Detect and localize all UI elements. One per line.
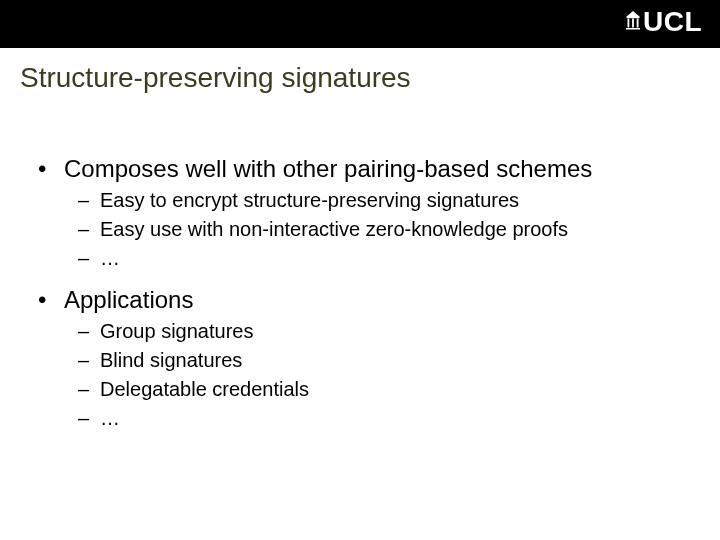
bullet-level1: • Composes well with other pairing-based… [8,152,712,186]
bullet-dash-icon: – [78,246,100,271]
bullet-dot-icon: • [38,285,64,315]
bullet-text: Composes well with other pairing-based s… [64,154,592,184]
svg-rect-2 [627,19,629,28]
slide-content: • Composes well with other pairing-based… [0,102,720,433]
bullet-level1: • Applications [8,283,712,317]
bullet-level2: – Blind signatures [8,346,712,375]
bullet-text: … [100,246,120,271]
header-bar: UCL [0,0,720,48]
bullet-dot-icon: • [38,154,64,184]
bullet-level2: – Delegatable credentials [8,375,712,404]
bullet-text: Group signatures [100,319,253,344]
svg-rect-5 [626,28,640,30]
bullet-level2: – Easy to encrypt structure-preserving s… [8,186,712,215]
bullet-dash-icon: – [78,217,100,242]
bullet-level2: – … [8,404,712,433]
ucl-portico-icon [626,11,640,31]
bullet-level2: – Group signatures [8,317,712,346]
bullet-text: Easy to encrypt structure-preserving sig… [100,188,519,213]
svg-marker-0 [626,11,640,17]
bullet-level2: – Easy use with non-interactive zero-kno… [8,215,712,244]
svg-rect-1 [626,17,639,18]
bullet-text: … [100,406,120,431]
bullet-dash-icon: – [78,377,100,402]
slide-title: Structure-preserving signatures [0,48,720,102]
bullet-text: Easy use with non-interactive zero-knowl… [100,217,568,242]
bullet-dash-icon: – [78,406,100,431]
svg-rect-4 [637,19,639,28]
bullet-level2: – … [8,244,712,273]
svg-rect-3 [632,19,634,28]
bullet-dash-icon: – [78,348,100,373]
bullet-text: Applications [64,285,193,315]
bullet-dash-icon: – [78,319,100,344]
bullet-text: Blind signatures [100,348,242,373]
ucl-logo-text: UCL [643,6,702,38]
bullet-dash-icon: – [78,188,100,213]
ucl-logo: UCL [626,6,702,38]
bullet-text: Delegatable credentials [100,377,309,402]
